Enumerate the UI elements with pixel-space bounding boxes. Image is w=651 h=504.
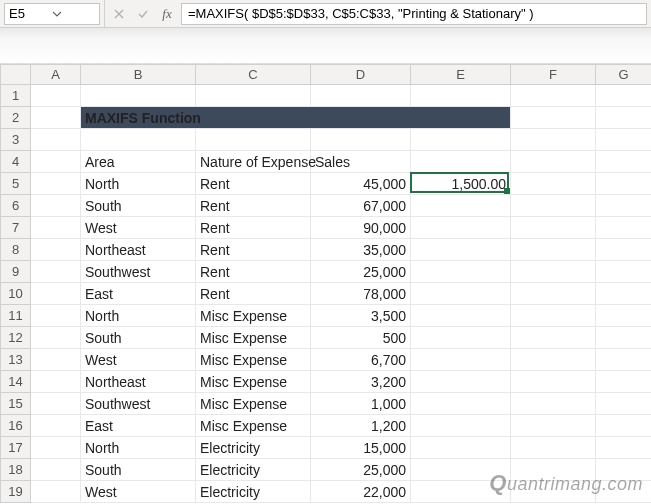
cell[interactable] — [411, 261, 511, 283]
row-header[interactable]: 14 — [1, 371, 31, 393]
cell-nature[interactable]: Electricity — [196, 481, 311, 503]
cell[interactable] — [31, 283, 81, 305]
chevron-down-icon[interactable] — [52, 9, 95, 19]
cell-area[interactable]: East — [81, 415, 196, 437]
cell[interactable] — [596, 283, 652, 305]
select-all-corner[interactable] — [1, 65, 31, 85]
cell-area[interactable]: West — [81, 349, 196, 371]
row-header[interactable]: 12 — [1, 327, 31, 349]
cell-nature[interactable]: Misc Expense — [196, 305, 311, 327]
cell[interactable] — [411, 85, 511, 107]
row-header[interactable]: 7 — [1, 217, 31, 239]
cell[interactable] — [31, 151, 81, 173]
cell[interactable] — [511, 217, 596, 239]
cell[interactable] — [411, 239, 511, 261]
cell[interactable] — [411, 349, 511, 371]
cell[interactable] — [596, 371, 652, 393]
cell[interactable] — [511, 349, 596, 371]
cell-nature[interactable]: Rent — [196, 173, 311, 195]
cell-area[interactable]: South — [81, 327, 196, 349]
row-header[interactable]: 10 — [1, 283, 31, 305]
cell[interactable] — [511, 129, 596, 151]
cell-sales[interactable]: 25,000 — [311, 261, 411, 283]
row-header[interactable]: 18 — [1, 459, 31, 481]
cell-nature[interactable]: Misc Expense — [196, 393, 311, 415]
cell[interactable] — [596, 393, 652, 415]
cell-area[interactable]: West — [81, 481, 196, 503]
row-header[interactable]: 3 — [1, 129, 31, 151]
row-header[interactable]: 1 — [1, 85, 31, 107]
column-header[interactable]: E — [411, 65, 511, 85]
cell[interactable] — [411, 305, 511, 327]
cell-sales[interactable]: 78,000 — [311, 283, 411, 305]
cell-area[interactable]: North — [81, 173, 196, 195]
cell-nature[interactable]: Rent — [196, 239, 311, 261]
title-bar[interactable]: MAXIFS Function — [81, 107, 511, 129]
cell[interactable] — [511, 151, 596, 173]
cell[interactable] — [511, 327, 596, 349]
column-header[interactable]: D — [311, 65, 411, 85]
cell[interactable] — [31, 371, 81, 393]
cell-area[interactable]: East — [81, 283, 196, 305]
cell[interactable] — [596, 173, 652, 195]
cell[interactable] — [411, 437, 511, 459]
column-header[interactable]: F — [511, 65, 596, 85]
cell-area[interactable]: North — [81, 305, 196, 327]
row-header[interactable]: 6 — [1, 195, 31, 217]
cell[interactable] — [31, 239, 81, 261]
row-header[interactable]: 13 — [1, 349, 31, 371]
cell-sales[interactable]: 67,000 — [311, 195, 411, 217]
cell[interactable] — [411, 151, 511, 173]
cell[interactable] — [596, 107, 652, 129]
cell-nature[interactable]: Rent — [196, 217, 311, 239]
active-cell[interactable]: 1,500.00 — [411, 173, 511, 195]
row-header[interactable]: 2 — [1, 107, 31, 129]
cell-sales[interactable]: 6,700 — [311, 349, 411, 371]
cell[interactable] — [596, 217, 652, 239]
cell[interactable] — [511, 393, 596, 415]
check-icon[interactable] — [135, 6, 151, 22]
cell[interactable] — [596, 327, 652, 349]
cell[interactable] — [411, 195, 511, 217]
cell-area[interactable]: Southwest — [81, 261, 196, 283]
name-box[interactable]: E5 — [4, 3, 100, 25]
column-header[interactable]: G — [596, 65, 652, 85]
cell[interactable] — [511, 415, 596, 437]
cell-nature[interactable]: Rent — [196, 195, 311, 217]
row-header[interactable]: 15 — [1, 393, 31, 415]
cell-sales[interactable]: 3,500 — [311, 305, 411, 327]
cell[interactable] — [81, 129, 196, 151]
formula-input[interactable]: =MAXIFS( $D$5:$D$33, C$5:C$33, "Printing… — [181, 3, 647, 25]
cell[interactable] — [596, 261, 652, 283]
cell[interactable] — [411, 129, 511, 151]
cell[interactable] — [31, 129, 81, 151]
cell-nature[interactable]: Misc Expense — [196, 371, 311, 393]
cell[interactable] — [511, 239, 596, 261]
column-header[interactable]: A — [31, 65, 81, 85]
cell-nature[interactable]: Rent — [196, 283, 311, 305]
cell-nature[interactable]: Electricity — [196, 437, 311, 459]
cell[interactable] — [596, 129, 652, 151]
cell[interactable] — [31, 327, 81, 349]
cell[interactable] — [196, 85, 311, 107]
cell-area[interactable]: South — [81, 459, 196, 481]
cell-sales[interactable]: 1,200 — [311, 415, 411, 437]
cell-nature[interactable]: Electricity — [196, 459, 311, 481]
cell[interactable] — [31, 415, 81, 437]
cell[interactable] — [511, 85, 596, 107]
cell[interactable] — [411, 371, 511, 393]
cell[interactable] — [411, 393, 511, 415]
cell[interactable] — [596, 349, 652, 371]
cell[interactable] — [596, 437, 652, 459]
cell[interactable] — [411, 415, 511, 437]
cell[interactable] — [511, 305, 596, 327]
cell-area[interactable]: South — [81, 195, 196, 217]
cell[interactable] — [31, 437, 81, 459]
cell[interactable] — [31, 85, 81, 107]
cell-nature[interactable]: Misc Expense — [196, 327, 311, 349]
cell-nature[interactable]: Misc Expense — [196, 349, 311, 371]
cell[interactable] — [511, 195, 596, 217]
cell[interactable] — [31, 349, 81, 371]
cell[interactable] — [411, 217, 511, 239]
cell[interactable] — [411, 283, 511, 305]
